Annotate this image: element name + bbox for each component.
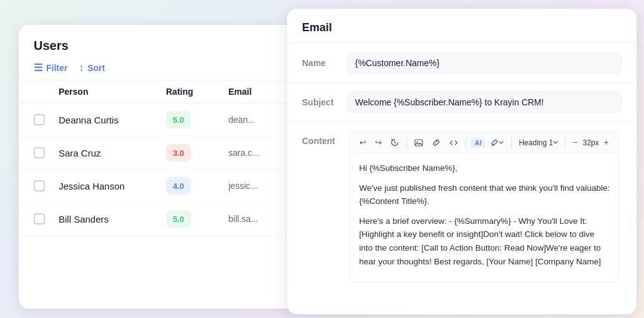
users-title: Users bbox=[19, 25, 306, 53]
history-icon bbox=[391, 138, 399, 147]
toolbar-separator bbox=[406, 138, 407, 148]
name-field-row: Name {%Customer.Name%} bbox=[287, 44, 637, 83]
checkbox-header-cell bbox=[34, 87, 59, 97]
email-panel: Email Name {%Customer.Name%} Subject Wel… bbox=[287, 9, 637, 314]
table-row: Jessica Hanson 4.0 jessic... bbox=[19, 170, 306, 203]
rating-cell: 5.0 bbox=[166, 111, 228, 128]
sort-icon: ↕ bbox=[79, 62, 84, 74]
rating-badge: 5.0 bbox=[166, 210, 191, 228]
undo-button[interactable]: ↩ bbox=[356, 136, 369, 149]
toolbar-separator-2 bbox=[466, 138, 466, 148]
rating-cell: 5.0 bbox=[166, 210, 228, 228]
table-row: Deanna Curtis 5.0 dean... bbox=[19, 104, 306, 137]
rating-cell: 3.0 bbox=[166, 144, 228, 161]
toolbar-separator-4 bbox=[565, 138, 565, 148]
rating-badge: 5.0 bbox=[166, 111, 191, 128]
brush-button[interactable] bbox=[487, 137, 507, 148]
row-checkbox[interactable] bbox=[34, 180, 45, 191]
heading-selector[interactable]: Heading 1 bbox=[516, 137, 560, 148]
content-area: Content ↩ ↪ bbox=[287, 122, 637, 294]
person-name: Jessica Hanson bbox=[59, 181, 166, 191]
font-size-increase[interactable]: + bbox=[601, 136, 612, 149]
table-header: Person Rating Email bbox=[19, 80, 306, 104]
ai-button[interactable]: AI bbox=[471, 138, 485, 148]
redo-button[interactable]: ↪ bbox=[372, 136, 385, 149]
font-size-decrease[interactable]: − bbox=[570, 136, 581, 149]
editor-line-3: Here's a brief overview: - {%Summary%} -… bbox=[359, 214, 610, 268]
code-icon bbox=[449, 138, 458, 147]
row-checkbox[interactable] bbox=[34, 114, 45, 125]
history-button[interactable] bbox=[388, 137, 402, 148]
rating-badge: 3.0 bbox=[166, 144, 191, 161]
image-button[interactable] bbox=[411, 137, 426, 149]
rating-badge: 4.0 bbox=[166, 177, 191, 195]
table-row: Bill Sanders 5.0 bill.sa... bbox=[19, 203, 306, 236]
subject-field-row: Subject Welcome {%Subscriber.Name%} to K… bbox=[287, 83, 637, 122]
sort-button[interactable]: ↕ Sort bbox=[79, 62, 105, 74]
code-button[interactable] bbox=[446, 137, 461, 149]
row-checkbox[interactable] bbox=[34, 147, 45, 158]
editor-content[interactable]: Hi {%Subscriber Name%}, We've just publi… bbox=[350, 154, 618, 282]
editor-toolbar: ↩ ↪ bbox=[350, 132, 618, 154]
users-panel: Users ☰ Filter ↕ Sort Person Rating Emai… bbox=[19, 25, 306, 309]
subject-input[interactable]: Welcome {%Subscriber.Name%} to Krayin CR… bbox=[347, 92, 622, 113]
brush-icon bbox=[490, 138, 499, 147]
email-column-header: Email bbox=[228, 87, 291, 97]
rating-column-header: Rating bbox=[166, 87, 228, 97]
content-label: Content bbox=[302, 131, 347, 146]
email-cell: jessic... bbox=[228, 181, 291, 191]
email-cell: bill.sa... bbox=[228, 214, 291, 224]
subject-label: Subject bbox=[302, 97, 347, 107]
font-size-value: 32px bbox=[583, 138, 599, 147]
heading-label: Heading 1 bbox=[519, 138, 553, 147]
svg-point-1 bbox=[417, 141, 418, 142]
editor-wrapper: ↩ ↪ bbox=[349, 131, 619, 282]
person-column-header: Person bbox=[59, 87, 166, 97]
toolbar-separator-3 bbox=[511, 138, 512, 148]
filter-icon: ☰ bbox=[34, 62, 42, 74]
chevron-down-icon bbox=[499, 140, 504, 145]
table-row: Sara Cruz 3.0 sara.c... bbox=[19, 137, 306, 170]
editor-line-2: We've just published fresh content that … bbox=[359, 181, 610, 208]
person-name: Deanna Curtis bbox=[59, 115, 166, 125]
ai-label: AI bbox=[474, 139, 481, 147]
person-name: Sara Cruz bbox=[59, 148, 166, 158]
users-toolbar: ☰ Filter ↕ Sort bbox=[19, 53, 306, 80]
image-icon bbox=[414, 138, 423, 147]
editor-line-1: Hi {%Subscriber Name%}, bbox=[359, 161, 610, 175]
person-name: Bill Sanders bbox=[59, 214, 166, 224]
email-cell: dean... bbox=[228, 115, 291, 125]
link-icon bbox=[432, 138, 441, 147]
email-panel-title: Email bbox=[287, 9, 637, 44]
chevron-down-icon bbox=[553, 140, 558, 145]
rating-cell: 4.0 bbox=[166, 177, 228, 195]
font-size-control: − 32px + bbox=[570, 136, 612, 149]
name-label: Name bbox=[302, 58, 347, 68]
row-checkbox[interactable] bbox=[34, 213, 45, 224]
filter-button[interactable]: ☰ Filter bbox=[34, 62, 67, 74]
name-input[interactable]: {%Customer.Name%} bbox=[347, 52, 622, 74]
link-button[interactable] bbox=[429, 137, 444, 149]
email-cell: sara.c... bbox=[228, 148, 291, 158]
